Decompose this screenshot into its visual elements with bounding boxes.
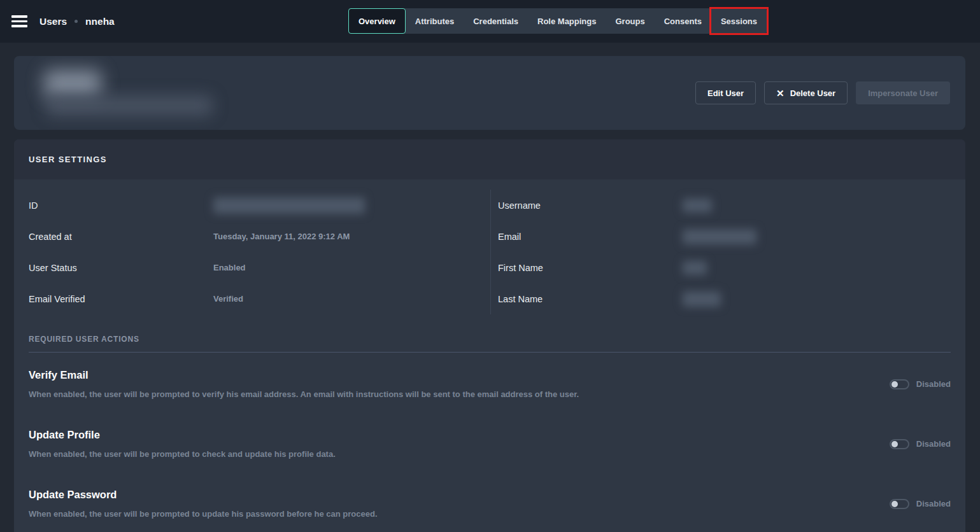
edit-user-button[interactable]: Edit User	[695, 81, 756, 104]
verify-email-toggle[interactable]	[890, 379, 909, 389]
field-value: Enabled	[213, 263, 246, 272]
user-settings-title: USER SETTINGS	[29, 155, 107, 164]
field-label: Last Name	[498, 294, 683, 304]
tab-credentials[interactable]: Credentials	[464, 8, 528, 34]
field-row-email: Email	[498, 221, 965, 252]
delete-user-button[interactable]: ✕ Delete User	[764, 81, 848, 104]
redacted-value	[683, 261, 707, 275]
toggle-knob-icon	[891, 381, 898, 388]
field-label: Username	[498, 200, 683, 211]
action-row-update-password: Update Password When enabled, the user w…	[29, 472, 951, 532]
tab-consents[interactable]: Consents	[655, 8, 711, 34]
action-description: When enabled, the user will be prompted …	[29, 449, 336, 459]
redacted-value	[683, 229, 756, 244]
field-label: Created at	[29, 232, 213, 242]
delete-user-label: Delete User	[790, 88, 836, 98]
tab-attributes[interactable]: Attributes	[406, 8, 464, 34]
tab-sessions-label: Sessions	[721, 17, 757, 26]
breadcrumb-section[interactable]: Users	[39, 16, 67, 27]
field-row-email-verified: Email Verified Verified	[29, 283, 490, 314]
field-label: Email	[498, 232, 683, 242]
fields-right-column: Username Email First Name Last Name	[490, 190, 965, 314]
action-title: Verify Email	[29, 369, 579, 381]
field-label: First Name	[498, 263, 683, 273]
field-row-username: Username	[498, 190, 965, 221]
field-value: Tuesday, January 11, 2022 9:12 AM	[213, 232, 350, 241]
toggle-knob-icon	[891, 501, 898, 507]
tab-sessions[interactable]: Sessions	[711, 8, 767, 34]
user-settings-card: USER SETTINGS ID Created at Tuesday, Jan…	[14, 139, 965, 532]
field-row-created-at: Created at Tuesday, January 11, 2022 9:1…	[29, 221, 490, 252]
redacted-value	[213, 197, 365, 214]
tab-groups[interactable]: Groups	[606, 8, 654, 34]
action-description: When enabled, the user will be prompted …	[29, 389, 579, 399]
main-content: Edit User ✕ Delete User Impersonate User…	[0, 43, 980, 532]
field-label: Email Verified	[29, 294, 213, 304]
required-user-actions-title: REQUIRED USER ACTIONS	[29, 335, 951, 344]
redacted-user-email	[46, 95, 213, 116]
tab-overview[interactable]: Overview	[348, 8, 406, 34]
field-label: ID	[29, 200, 213, 211]
redacted-value	[683, 199, 712, 213]
redacted-value	[683, 291, 721, 307]
action-text: Update Profile When enabled, the user wi…	[29, 429, 336, 459]
field-label: User Status	[29, 263, 213, 273]
breadcrumb-user: nneha	[85, 16, 115, 27]
menu-icon[interactable]	[11, 15, 27, 27]
toggle-state-label: Disabled	[916, 379, 951, 389]
x-icon: ✕	[776, 88, 785, 98]
tab-bar: Overview Attributes Credentials Role Map…	[348, 8, 767, 34]
required-user-actions-section: REQUIRED USER ACTIONS Verify Email When …	[14, 335, 965, 532]
toggle-knob-icon	[891, 441, 898, 447]
action-title: Update Password	[29, 489, 378, 501]
action-title: Update Profile	[29, 429, 336, 441]
redacted-user-name	[44, 70, 101, 98]
user-settings-fields: ID Created at Tuesday, January 11, 2022 …	[14, 179, 965, 321]
action-row-update-profile: Update Profile When enabled, the user wi…	[29, 412, 951, 472]
toggle-state-label: Disabled	[916, 499, 951, 508]
fields-left-column: ID Created at Tuesday, January 11, 2022 …	[14, 190, 490, 314]
profile-actions: Edit User ✕ Delete User Impersonate User	[695, 81, 950, 104]
top-bar: Users nneha Overview Attributes Credenti…	[0, 0, 980, 43]
field-row-user-status: User Status Enabled	[29, 252, 490, 283]
field-row-last-name: Last Name	[498, 283, 965, 314]
field-row-id: ID	[29, 190, 490, 221]
breadcrumb-separator-icon	[75, 20, 78, 23]
toggle-state-label: Disabled	[916, 439, 951, 449]
user-profile-card: Edit User ✕ Delete User Impersonate User	[14, 56, 965, 130]
impersonate-user-button[interactable]: Impersonate User	[856, 81, 950, 104]
action-row-verify-email: Verify Email When enabled, the user will…	[29, 353, 951, 412]
breadcrumb: Users nneha	[39, 16, 115, 27]
update-profile-toggle[interactable]	[890, 439, 909, 449]
field-row-first-name: First Name	[498, 252, 965, 283]
user-settings-header: USER SETTINGS	[14, 139, 965, 179]
verify-email-toggle-group: Disabled	[890, 379, 951, 389]
action-text: Verify Email When enabled, the user will…	[29, 369, 579, 399]
field-value: Verified	[213, 294, 243, 304]
tab-role-mappings[interactable]: Role Mappings	[528, 8, 606, 34]
update-password-toggle[interactable]	[890, 499, 909, 509]
action-text: Update Password When enabled, the user w…	[29, 489, 378, 519]
update-password-toggle-group: Disabled	[890, 499, 951, 509]
update-profile-toggle-group: Disabled	[890, 439, 951, 449]
action-description: When enabled, the user will be prompted …	[29, 509, 378, 519]
